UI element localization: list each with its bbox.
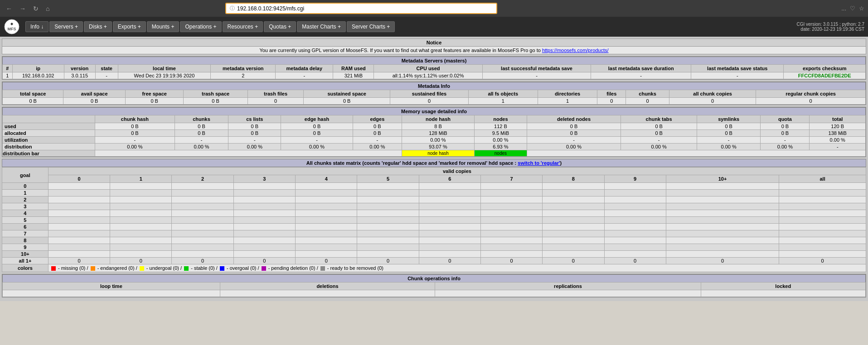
color-red <box>51 266 56 271</box>
col-total-space: total space <box>3 90 63 98</box>
cell-value <box>480 230 542 237</box>
cell-metadata-version: 2 <box>211 72 276 79</box>
cell-alloc-quota: 0 B <box>761 130 810 137</box>
cell-dist-nodes: 6.93 % <box>475 144 527 150</box>
more-icon[interactable]: ... <box>841 5 846 12</box>
cell-sustained-space: 0 B <box>304 98 390 105</box>
memory-distribution-row: distribution 0.00 % 0.00 % 0.00 % 0.00 %… <box>3 144 866 150</box>
nav-disks-button[interactable]: Disks + <box>84 21 112 32</box>
col-files: files <box>597 90 626 98</box>
cell-chunks: 0 <box>626 98 669 105</box>
cell-dist-chunk-tabs: 0.00 % <box>621 144 697 150</box>
col-free-space: free space <box>126 90 184 98</box>
cell-value <box>604 230 666 237</box>
notice-link[interactable]: https://moosefs.com/products/ <box>542 48 609 53</box>
cell-value <box>480 217 542 224</box>
dist-bar-empty <box>95 150 402 157</box>
cell-value <box>666 203 779 210</box>
cell-goal: 6 <box>2 224 48 230</box>
col-all: all <box>779 175 866 183</box>
cell-version: 3.0.115 <box>64 72 95 79</box>
table-row: 2 <box>2 196 866 203</box>
color-blue <box>220 266 224 271</box>
address-bar[interactable]: ⓘ 192.168.0.102:9425/mfs.cgi <box>225 3 497 14</box>
cell-files: 0 <box>597 98 626 105</box>
cell-all-value: 0 <box>666 258 779 264</box>
cell-value <box>357 196 419 203</box>
security-icon: ⓘ <box>230 5 235 12</box>
nav-servers-button[interactable]: Servers + <box>49 21 83 32</box>
cell-value <box>480 244 542 251</box>
nav-master-charts-button[interactable]: Master Charts + <box>297 21 346 32</box>
notice-body: You are currently using GPL version of M… <box>259 48 540 53</box>
memory-usage-section: Memory usage detailed info chunk hash ch… <box>2 107 866 157</box>
cell-value <box>604 190 666 196</box>
cell-used-edges: 0 B <box>353 123 402 130</box>
cell-value <box>480 196 542 203</box>
cell-value <box>604 244 666 251</box>
cell-total-space: 0 B <box>3 98 63 105</box>
col-3: 3 <box>233 175 295 183</box>
all-row: all 1+000000000000 <box>2 258 866 264</box>
color-purple <box>262 266 266 271</box>
cell-value <box>543 196 604 203</box>
notice-title: Notice <box>2 39 866 47</box>
cell-goal: 3 <box>2 203 48 210</box>
col-state: state <box>95 65 118 72</box>
cell-util-deleted-nodes: - <box>527 137 621 144</box>
cell-value <box>419 196 480 203</box>
cell-value <box>357 183 419 190</box>
reload-button[interactable]: ↻ <box>31 4 41 13</box>
cell-value <box>604 183 666 190</box>
table-row: 3 <box>2 203 866 210</box>
cell-value <box>296 210 357 217</box>
cell-free-space: 0 B <box>126 98 184 105</box>
cell-value <box>480 183 542 190</box>
nav-exports-button[interactable]: Exports + <box>113 21 146 32</box>
color-orange <box>91 266 95 271</box>
nav-mounts-button[interactable]: Mounts + <box>147 21 179 32</box>
col-goal: goal <box>2 168 48 183</box>
star-icon[interactable]: ☆ <box>859 5 864 12</box>
nav-info-button[interactable]: Info ↓ <box>25 21 48 32</box>
cell-value <box>666 237 779 244</box>
cell-trash-space: 0 B <box>184 98 248 105</box>
cell-value <box>110 196 172 203</box>
cell-value <box>666 230 779 237</box>
cell-util-edge-hash: - <box>281 137 353 144</box>
cell-dist-cs-lists: 0.00 % <box>228 144 281 150</box>
cell-value <box>357 237 419 244</box>
chunks-switch-link[interactable]: switch to 'regular' <box>518 160 560 166</box>
nav-operations-button[interactable]: Operations + <box>180 21 221 32</box>
cell-value <box>357 244 419 251</box>
metadata-servers-section: Metadata Servers (masters) # ip version … <box>2 56 866 80</box>
cell-ram-used: 321 MiB <box>333 72 374 79</box>
cell-alloc-symlinks: 0 B <box>697 130 761 137</box>
cell-alloc-chunk-hash: 0 B <box>95 130 175 137</box>
nav-quotas-button[interactable]: Quotas + <box>264 21 296 32</box>
cell-value <box>48 217 110 224</box>
cell-dist-quota: 0.00 % <box>761 144 810 150</box>
cell-value <box>357 203 419 210</box>
col-valid-copies: valid copies <box>48 168 866 175</box>
metadata-info-header-row: total space avail space free space trash… <box>3 90 866 98</box>
cell-alloc-edges: 0 B <box>353 130 402 137</box>
col-edge-hash: edge hash <box>281 115 353 123</box>
home-button[interactable]: ⌂ <box>44 4 52 13</box>
col-total: total <box>810 115 866 123</box>
cell-goal: 10+ <box>2 251 48 258</box>
cell-value <box>233 224 295 230</box>
cell-value <box>172 230 233 237</box>
cell-dist-deleted-nodes: 0.00 % <box>527 144 621 150</box>
table-row: 0 B 0 B 0 B 0 B 0 0 B 0 1 1 0 0 0 0 <box>3 98 866 105</box>
logo-icon: ◆ MFS <box>4 19 20 35</box>
col-chunks: chunks <box>175 115 228 123</box>
nav-server-charts-button[interactable]: Server Charts + <box>347 21 395 32</box>
col-loop-time: loop time <box>3 283 220 290</box>
back-button[interactable]: ← <box>4 4 15 13</box>
nav-resources-button[interactable]: Resources + <box>223 21 263 32</box>
bookmark-icon[interactable]: ♡ <box>850 5 855 12</box>
metadata-servers-header-row: # ip version state local time metadata v… <box>3 65 866 72</box>
cell-value <box>779 190 866 196</box>
forward-button[interactable]: → <box>17 4 28 13</box>
